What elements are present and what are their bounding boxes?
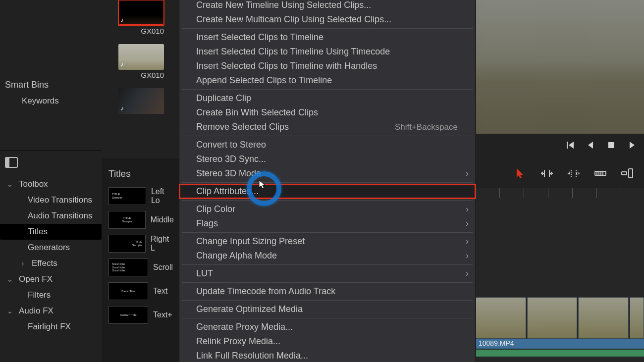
tree-audio-transitions[interactable]: Audio Transitions [0,208,102,224]
tree-fairlight[interactable]: Fairlight FX [0,319,102,335]
ctx-item-label: Remove Selected Clips [196,121,289,133]
audio-icon: ♪ [120,104,124,112]
ctx-item-label: Flags [196,217,218,230]
trim-tool[interactable] [540,166,554,180]
ctx-insert-selected-clips-to-timeline-using-timecode[interactable]: Insert Selected Clips to Timeline Using … [179,45,476,59]
ctx-separator [182,318,473,318]
svg-rect-5 [622,172,627,175]
preview-viewer[interactable] [476,0,644,134]
title-item-4[interactable]: Basic TitleText [102,279,181,303]
ctx-stereo-3d-sync[interactable]: Stereo 3D Sync... [179,152,476,166]
ctx-item-label: Convert to Stereo [196,139,266,151]
clip-item-0[interactable]: ♪ GX010 [118,0,164,40]
title-name: Scroll [153,263,173,272]
title-name: Middle [151,215,174,224]
ctx-generate-proxy-media[interactable]: Generate Proxy Media... [179,320,476,334]
ctx-flags[interactable]: Flags [179,216,476,231]
ctx-item-label: Insert Selected Clips to Timeline Using … [196,46,390,58]
title-item-3[interactable]: Scroll titleScroll titleScroll titleScro… [102,256,181,279]
svg-rect-4 [629,169,633,178]
tree-filters[interactable]: Filters [0,287,102,303]
ctx-convert-to-stereo[interactable]: Convert to Stereo [179,138,476,152]
timeline-video-track[interactable] [476,297,644,339]
ctx-item-label: Insert Selected Clips to Timeline with H… [196,60,377,72]
ctx-separator [182,300,473,301]
ctx-clip-attributes[interactable]: Clip Attributes... [179,184,476,199]
ctx-append-selected-clips-to-timeline[interactable]: Append Selected Clips to Timeline [179,73,476,88]
clip-label: GX010 [118,70,164,84]
ctx-remove-selected-clips[interactable]: Remove Selected ClipsShift+Backspace [179,120,476,134]
tree-generators[interactable]: Generators [0,240,102,256]
ctx-create-bin-with-selected-clips[interactable]: Create Bin With Selected Clips [179,105,476,120]
smart-bins-keywords[interactable]: Keywords [0,92,102,110]
sidebar: Smart Bins Keywords ⌄ Toolbox Video Tran… [0,0,102,362]
step-back-button[interactable] [586,140,595,152]
tree-audiofx[interactable]: ⌄ Audio FX [0,303,102,319]
timeline-audio-track[interactable] [476,350,644,357]
ctx-lut[interactable]: LUT [179,266,476,281]
chevron-down-icon: ⌄ [5,275,15,283]
clip-item-1[interactable]: ♪ GX010 [118,44,164,84]
title-item-1[interactable]: TITLESampleMiddle [102,208,181,232]
tree-openfx[interactable]: ⌄ Open FX [0,271,102,287]
stop-button[interactable] [606,140,616,152]
tree-effects[interactable]: › Effects [0,256,102,271]
ctx-change-input-sizing-preset[interactable]: Change Input Sizing Preset [179,234,476,249]
ctx-separator [182,232,473,233]
title-name: Right L [151,235,174,253]
timeline[interactable]: 10089.MP4 [476,188,644,362]
timeline-toolbar [476,158,644,188]
timeline-clip[interactable] [527,297,578,339]
ctx-item-label: Create New Multicam Clip Using Selected … [196,13,391,26]
ctx-update-timecode-from-audio-track[interactable]: Update Timecode from Audio Track [179,284,476,299]
panel-layout-toggle[interactable] [0,151,102,173]
ctx-separator [182,28,473,29]
audio-icon: ♪ [120,60,124,68]
clip-item-2[interactable]: ♪ [118,88,164,114]
timeline-clip[interactable] [476,297,526,339]
titles-panel: Titles TITLESampleLeft LoTITLESampleMidd… [102,158,181,362]
ctx-create-new-timeline-using-selected-clips[interactable]: Create New Timeline Using Selected Clips… [179,0,476,12]
media-pool: ♪ GX010 ♪ GX010 ♪ [102,0,181,158]
tree-toolbox[interactable]: ⌄ Toolbox [0,176,102,192]
title-item-2[interactable]: TITLESampleRight L [102,232,181,256]
tree-titles[interactable]: Titles [0,224,102,240]
ctx-clip-color[interactable]: Clip Color [179,202,476,216]
title-name: Left Lo [151,187,174,205]
title-swatch: Custom Title [108,306,148,324]
timeline-clip[interactable] [578,297,629,339]
timeline-clip-label: 10089.MP4 [476,339,644,349]
play-button[interactable] [627,140,637,152]
ctx-insert-selected-clips-to-timeline[interactable]: Insert Selected Clips to Timeline [179,30,476,45]
ctx-stereo-3d-mode[interactable]: Stereo 3D Mode [179,166,476,181]
chevron-down-icon: ⌄ [5,180,15,188]
tree-video-transitions[interactable]: Video Transitions [0,192,102,208]
svg-rect-2 [608,142,614,148]
insert-tool[interactable] [620,166,634,180]
title-name: Text+ [153,310,172,319]
ctx-separator [182,282,473,283]
ctx-item-label: Change Alpha Mode [196,250,277,262]
timeline-ruler[interactable] [476,188,644,198]
timeline-clip[interactable] [630,297,644,339]
ctx-separator [182,182,473,183]
dynamic-trim-tool[interactable] [567,166,581,180]
ctx-relink-proxy-media[interactable]: Relink Proxy Media... [179,334,476,349]
blade-tool[interactable] [593,166,607,180]
go-to-start-button[interactable] [565,140,575,152]
ctx-change-alpha-mode[interactable]: Change Alpha Mode [179,249,476,263]
ctx-item-label: Append Selected Clips to Timeline [196,74,332,87]
ctx-insert-selected-clips-to-timeline-with-handles[interactable]: Insert Selected Clips to Timeline with H… [179,59,476,73]
selection-tool[interactable] [513,166,527,180]
ctx-create-new-multicam-clip-using-selected-clips[interactable]: Create New Multicam Clip Using Selected … [179,12,476,27]
ctx-item-label: Relink Proxy Media... [196,335,280,348]
title-item-5[interactable]: Custom TitleText+ [102,303,181,327]
ctx-generate-optimized-media[interactable]: Generate Optimized Media [179,302,476,316]
ctx-link-full-resolution-media[interactable]: Link Full Resolution Media... [179,349,476,362]
titles-header: Titles [102,158,181,184]
ctx-duplicate-clip[interactable]: Duplicate Clip [179,91,476,105]
ctx-item-label: Generate Optimized Media [196,303,303,315]
ctx-item-label: Stereo 3D Sync... [196,153,266,165]
title-item-0[interactable]: TITLESampleLeft Lo [102,184,181,208]
title-name: Text [153,287,167,296]
